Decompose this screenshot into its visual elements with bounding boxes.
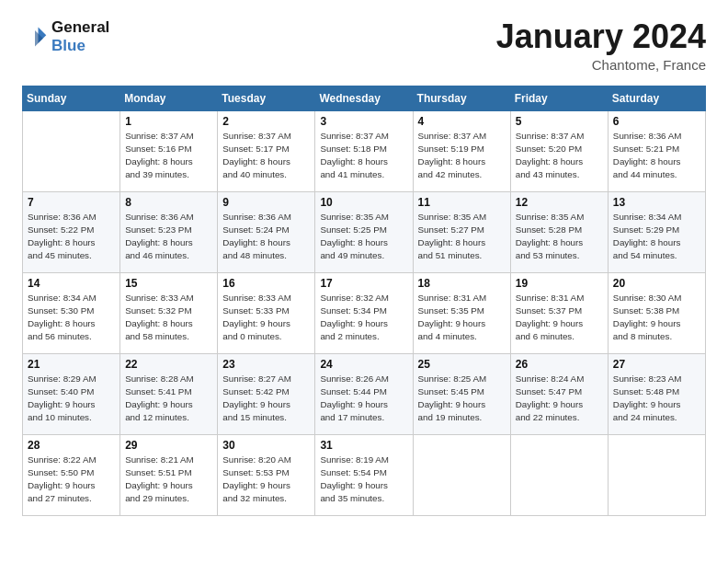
day-info: Sunrise: 8:23 AM Sunset: 5:48 PM Dayligh… — [613, 373, 700, 425]
col-header-friday: Friday — [510, 86, 608, 110]
day-info: Sunrise: 8:34 AM Sunset: 5:29 PM Dayligh… — [613, 211, 700, 263]
calendar-cell: 1Sunrise: 8:37 AM Sunset: 5:16 PM Daylig… — [120, 110, 218, 191]
day-info: Sunrise: 8:32 AM Sunset: 5:34 PM Dayligh… — [320, 292, 407, 344]
title-block: January 2024 Chantome, France — [496, 18, 706, 73]
col-header-sunday: Sunday — [23, 86, 120, 110]
day-number: 28 — [28, 439, 115, 452]
month-title: January 2024 — [496, 18, 706, 55]
day-number: 12 — [516, 196, 603, 209]
day-number: 8 — [125, 196, 212, 209]
day-info: Sunrise: 8:37 AM Sunset: 5:17 PM Dayligh… — [222, 130, 310, 182]
calendar-cell: 30Sunrise: 8:20 AM Sunset: 5:53 PM Dayli… — [218, 434, 315, 515]
calendar-cell: 11Sunrise: 8:35 AM Sunset: 5:27 PM Dayli… — [413, 191, 510, 272]
col-header-tuesday: Tuesday — [218, 86, 315, 110]
calendar-cell: 4Sunrise: 8:37 AM Sunset: 5:19 PM Daylig… — [413, 110, 510, 191]
week-row-2: 14Sunrise: 8:34 AM Sunset: 5:30 PM Dayli… — [23, 272, 706, 353]
calendar-cell: 12Sunrise: 8:35 AM Sunset: 5:28 PM Dayli… — [510, 191, 608, 272]
day-number: 25 — [418, 358, 506, 371]
day-number: 1 — [125, 115, 212, 128]
day-info: Sunrise: 8:26 AM Sunset: 5:44 PM Dayligh… — [320, 373, 407, 425]
col-header-wednesday: Wednesday — [315, 86, 413, 110]
day-number: 4 — [418, 115, 506, 128]
col-header-monday: Monday — [120, 86, 218, 110]
day-number: 31 — [320, 439, 407, 452]
day-info: Sunrise: 8:37 AM Sunset: 5:20 PM Dayligh… — [516, 130, 603, 182]
calendar-cell — [510, 434, 608, 515]
calendar-cell: 18Sunrise: 8:31 AM Sunset: 5:35 PM Dayli… — [413, 272, 510, 353]
day-info: Sunrise: 8:25 AM Sunset: 5:45 PM Dayligh… — [418, 373, 506, 425]
calendar-cell: 19Sunrise: 8:31 AM Sunset: 5:37 PM Dayli… — [510, 272, 608, 353]
day-number: 2 — [222, 115, 310, 128]
week-row-3: 21Sunrise: 8:29 AM Sunset: 5:40 PM Dayli… — [23, 353, 706, 434]
day-number: 6 — [613, 115, 700, 128]
calendar-cell: 16Sunrise: 8:33 AM Sunset: 5:33 PM Dayli… — [218, 272, 315, 353]
day-number: 18 — [418, 277, 506, 290]
day-number: 5 — [516, 115, 603, 128]
day-number: 24 — [320, 358, 407, 371]
day-info: Sunrise: 8:22 AM Sunset: 5:50 PM Dayligh… — [28, 454, 115, 506]
day-info: Sunrise: 8:31 AM Sunset: 5:35 PM Dayligh… — [418, 292, 506, 344]
day-number: 26 — [516, 358, 603, 371]
day-info: Sunrise: 8:21 AM Sunset: 5:51 PM Dayligh… — [125, 454, 212, 506]
day-number: 7 — [28, 196, 115, 209]
logo-icon — [22, 24, 48, 50]
day-number: 3 — [320, 115, 407, 128]
day-number: 11 — [418, 196, 506, 209]
calendar-cell: 15Sunrise: 8:33 AM Sunset: 5:32 PM Dayli… — [120, 272, 218, 353]
calendar-cell: 14Sunrise: 8:34 AM Sunset: 5:30 PM Dayli… — [23, 272, 120, 353]
day-number: 10 — [320, 196, 407, 209]
day-info: Sunrise: 8:28 AM Sunset: 5:41 PM Dayligh… — [125, 373, 212, 425]
day-number: 15 — [125, 277, 212, 290]
header: General Blue January 2024 Chantome, Fran… — [22, 18, 706, 73]
calendar-cell: 25Sunrise: 8:25 AM Sunset: 5:45 PM Dayli… — [413, 353, 510, 434]
calendar-cell: 5Sunrise: 8:37 AM Sunset: 5:20 PM Daylig… — [510, 110, 608, 191]
day-info: Sunrise: 8:37 AM Sunset: 5:18 PM Dayligh… — [320, 130, 407, 182]
day-info: Sunrise: 8:34 AM Sunset: 5:30 PM Dayligh… — [28, 292, 115, 344]
day-info: Sunrise: 8:36 AM Sunset: 5:21 PM Dayligh… — [613, 130, 700, 182]
col-header-saturday: Saturday — [608, 86, 705, 110]
day-number: 19 — [516, 277, 603, 290]
calendar-cell: 2Sunrise: 8:37 AM Sunset: 5:17 PM Daylig… — [218, 110, 315, 191]
day-info: Sunrise: 8:36 AM Sunset: 5:22 PM Dayligh… — [28, 211, 115, 263]
calendar-cell: 10Sunrise: 8:35 AM Sunset: 5:25 PM Dayli… — [315, 191, 413, 272]
calendar-cell: 27Sunrise: 8:23 AM Sunset: 5:48 PM Dayli… — [608, 353, 705, 434]
day-number: 21 — [28, 358, 115, 371]
logo-text: General Blue — [51, 18, 109, 54]
week-row-1: 7Sunrise: 8:36 AM Sunset: 5:22 PM Daylig… — [23, 191, 706, 272]
day-number: 20 — [613, 277, 700, 290]
location-subtitle: Chantome, France — [496, 57, 706, 73]
day-info: Sunrise: 8:33 AM Sunset: 5:32 PM Dayligh… — [125, 292, 212, 344]
calendar-cell: 20Sunrise: 8:30 AM Sunset: 5:38 PM Dayli… — [608, 272, 705, 353]
calendar-cell: 9Sunrise: 8:36 AM Sunset: 5:24 PM Daylig… — [218, 191, 315, 272]
day-info: Sunrise: 8:35 AM Sunset: 5:27 PM Dayligh… — [418, 211, 506, 263]
logo: General Blue — [22, 18, 109, 54]
day-number: 23 — [222, 358, 310, 371]
day-info: Sunrise: 8:30 AM Sunset: 5:38 PM Dayligh… — [613, 292, 700, 344]
day-info: Sunrise: 8:37 AM Sunset: 5:16 PM Dayligh… — [125, 130, 212, 182]
day-number: 14 — [28, 277, 115, 290]
calendar-cell: 31Sunrise: 8:19 AM Sunset: 5:54 PM Dayli… — [315, 434, 413, 515]
day-info: Sunrise: 8:29 AM Sunset: 5:40 PM Dayligh… — [28, 373, 115, 425]
calendar-cell: 29Sunrise: 8:21 AM Sunset: 5:51 PM Dayli… — [120, 434, 218, 515]
calendar-cell: 3Sunrise: 8:37 AM Sunset: 5:18 PM Daylig… — [315, 110, 413, 191]
col-header-thursday: Thursday — [413, 86, 510, 110]
day-info: Sunrise: 8:35 AM Sunset: 5:28 PM Dayligh… — [516, 211, 603, 263]
calendar-cell: 26Sunrise: 8:24 AM Sunset: 5:47 PM Dayli… — [510, 353, 608, 434]
calendar-cell: 7Sunrise: 8:36 AM Sunset: 5:22 PM Daylig… — [23, 191, 120, 272]
calendar-cell: 21Sunrise: 8:29 AM Sunset: 5:40 PM Dayli… — [23, 353, 120, 434]
calendar-cell: 17Sunrise: 8:32 AM Sunset: 5:34 PM Dayli… — [315, 272, 413, 353]
calendar-cell: 28Sunrise: 8:22 AM Sunset: 5:50 PM Dayli… — [23, 434, 120, 515]
day-number: 22 — [125, 358, 212, 371]
day-number: 13 — [613, 196, 700, 209]
day-number: 30 — [222, 439, 310, 452]
week-row-4: 28Sunrise: 8:22 AM Sunset: 5:50 PM Dayli… — [23, 434, 706, 515]
day-number: 27 — [613, 358, 700, 371]
day-info: Sunrise: 8:36 AM Sunset: 5:24 PM Dayligh… — [222, 211, 310, 263]
day-number: 9 — [222, 196, 310, 209]
calendar-cell: 13Sunrise: 8:34 AM Sunset: 5:29 PM Dayli… — [608, 191, 705, 272]
day-info: Sunrise: 8:27 AM Sunset: 5:42 PM Dayligh… — [222, 373, 310, 425]
calendar-cell — [608, 434, 705, 515]
day-number: 29 — [125, 439, 212, 452]
day-info: Sunrise: 8:37 AM Sunset: 5:19 PM Dayligh… — [418, 130, 506, 182]
day-info: Sunrise: 8:24 AM Sunset: 5:47 PM Dayligh… — [516, 373, 603, 425]
